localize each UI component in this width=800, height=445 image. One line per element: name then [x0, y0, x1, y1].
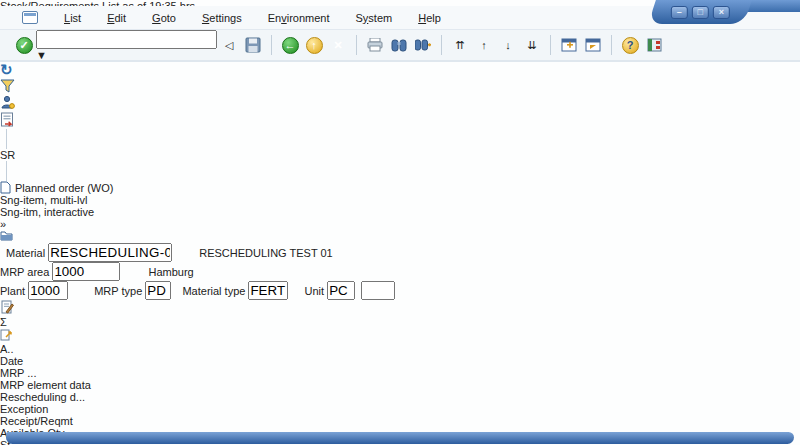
create-shortcut-icon [585, 38, 601, 52]
sigma-icon: Σ [0, 316, 7, 328]
export-button[interactable] [0, 112, 800, 129]
refresh-button[interactable]: ↻ [0, 61, 800, 79]
material-type-field[interactable] [248, 281, 288, 300]
toolbar-separator [271, 35, 272, 55]
column-header-mrp[interactable]: MRP ... [0, 367, 800, 379]
find-button[interactable] [387, 33, 411, 57]
maximize-button[interactable]: □ [692, 6, 709, 19]
menu-help[interactable]: Help [418, 12, 441, 24]
menu-list[interactable]: List [64, 12, 81, 24]
header-details-button[interactable] [0, 230, 800, 243]
minimize-button[interactable]: – [671, 6, 688, 19]
refresh-icon: ↻ [0, 61, 13, 78]
partner-button[interactable] [0, 95, 800, 112]
cancel-button[interactable]: ✕ [326, 33, 350, 57]
toolbar-separator [611, 35, 612, 55]
menu-environment[interactable]: Environment [268, 12, 330, 24]
back-triangle-button[interactable]: ◁ [217, 33, 241, 57]
customize-layout-icon [647, 38, 662, 52]
page-up-icon: ↑ [481, 39, 487, 51]
sr-button[interactable]: SR [0, 149, 15, 161]
folder-icon [0, 230, 13, 241]
mrp-type-field[interactable] [145, 281, 171, 300]
first-page-icon: ⇈ [455, 39, 464, 52]
enter-button[interactable]: ✓ [12, 33, 36, 57]
mrp-area-label: MRP area [0, 266, 49, 278]
system-menu-icon[interactable] [22, 11, 38, 24]
create-shortcut-button[interactable] [581, 33, 605, 57]
menu-edit[interactable]: Edit [107, 12, 126, 24]
command-dropdown-icon[interactable]: ▼ [36, 49, 217, 61]
close-button[interactable]: × [713, 6, 730, 19]
standard-toolbar: ✓ ▼ ◁ ← ↑ ✕ ⇈ ↑ ↓ ⇊ [0, 30, 800, 62]
toolbar-separator [550, 35, 551, 55]
material-header-form: Material RESCHEDULING TEST 01 MRP area H… [0, 230, 800, 316]
unit-field[interactable] [327, 281, 355, 300]
find-next-icon [415, 38, 431, 52]
first-page-button[interactable]: ⇈ [448, 33, 472, 57]
cancel-x-icon: ✕ [330, 37, 347, 54]
sap-gui-window: – □ × List Edit Goto Settings Environmen… [0, 0, 800, 445]
plant-input[interactable] [28, 281, 68, 300]
last-page-icon: ⇊ [527, 39, 536, 52]
column-header-rescheduling[interactable]: Rescheduling d... [0, 391, 800, 403]
material-description: RESCHEDULING TEST 01 [199, 247, 332, 259]
column-header-receipt[interactable]: Receipt/Reqmt [0, 415, 800, 427]
column-header-date[interactable]: Date [0, 355, 800, 367]
save-button[interactable] [241, 33, 265, 57]
filter-button[interactable] [0, 79, 800, 95]
column-header-icon[interactable]: A.. [0, 343, 800, 355]
material-input[interactable] [48, 243, 172, 262]
page-down-button[interactable]: ↓ [496, 33, 520, 57]
window-controls: – □ × [648, 0, 752, 24]
mrp-type-label: MRP type [94, 285, 142, 297]
last-page-button[interactable]: ⇊ [520, 33, 544, 57]
customize-layout-button[interactable] [642, 33, 666, 57]
plant-label: Plant [0, 285, 25, 297]
more-functions-chevron[interactable]: » [0, 218, 6, 230]
save-icon [245, 37, 261, 53]
back-button[interactable]: ← [278, 33, 302, 57]
list-gutter: Σ [0, 316, 800, 343]
print-icon [367, 38, 383, 52]
single-item-interactive-button[interactable]: Sng-itm, interactive [0, 206, 800, 218]
find-binoculars-icon [391, 38, 407, 52]
single-item-multilevel-button[interactable]: Sng-item, multi-lvl [0, 194, 800, 206]
menu-system[interactable]: System [355, 12, 392, 24]
selected-lines-button[interactable] [0, 328, 800, 343]
mrp-area-description: Hamburg [148, 266, 193, 278]
find-next-button[interactable] [411, 33, 435, 57]
new-session-icon [561, 38, 577, 52]
menu-goto[interactable]: Goto [152, 12, 176, 24]
planned-order-button[interactable]: Planned order (WO) [0, 181, 800, 194]
person-icon [0, 95, 15, 110]
command-input[interactable] [36, 30, 217, 49]
blank-doc-icon [0, 181, 11, 194]
toolbar-separator [6, 161, 7, 181]
column-header-element[interactable]: MRP element data [0, 379, 800, 391]
toolbar-separator [6, 129, 7, 149]
column-header-exception[interactable]: Exception [0, 403, 800, 415]
material-label: Material [6, 247, 45, 259]
page-up-button[interactable]: ↑ [472, 33, 496, 57]
window-bottom-border [6, 432, 794, 444]
toolbar-separator [441, 35, 442, 55]
mrp-list-table: A.. Date MRP ... MRP element data Resche… [0, 343, 800, 445]
print-button[interactable] [363, 33, 387, 57]
totals-button[interactable]: Σ [0, 316, 800, 328]
enter-check-icon: ✓ [16, 37, 33, 54]
exit-button[interactable]: ↑ [302, 33, 326, 57]
back-arrow-icon: ← [282, 37, 299, 54]
check-material-button[interactable] [0, 300, 800, 316]
table-header-row: A.. Date MRP ... MRP element data Resche… [0, 343, 800, 445]
export-doc-icon [0, 112, 14, 127]
menu-settings[interactable]: Settings [202, 12, 242, 24]
unit-extra-field[interactable] [361, 281, 395, 300]
unit-label: Unit [305, 285, 325, 297]
mrp-area-input[interactable] [52, 262, 120, 281]
new-session-button[interactable] [557, 33, 581, 57]
page-arrow-icon [0, 328, 13, 341]
material-type-label: Material type [182, 285, 245, 297]
help-button[interactable]: ? [618, 33, 642, 57]
back-triangle-icon: ◁ [225, 39, 233, 52]
